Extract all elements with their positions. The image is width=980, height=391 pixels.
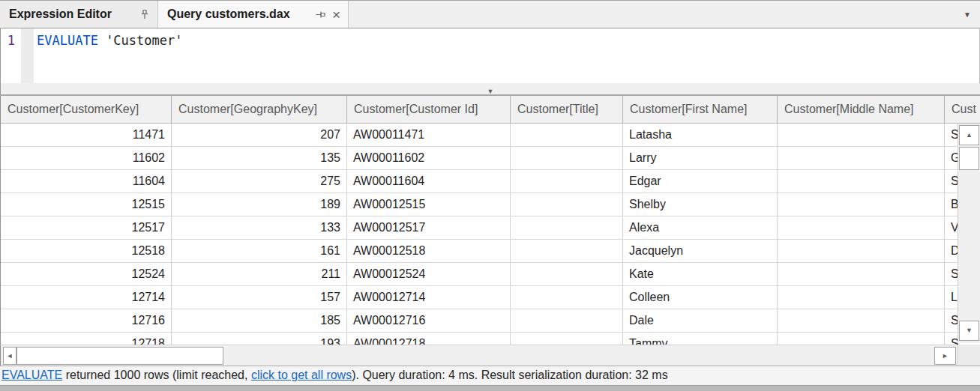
table-cell[interactable]: AW00011602 bbox=[347, 147, 511, 169]
table-cell[interactable]: AW00012716 bbox=[347, 309, 511, 332]
table-cell[interactable]: Latasha bbox=[623, 124, 778, 146]
table-cell[interactable]: AW00012518 bbox=[347, 240, 511, 262]
table-row[interactable]: 12716185AW00012716DaleS bbox=[1, 309, 980, 333]
table-cell[interactable] bbox=[778, 170, 945, 193]
table-cell[interactable]: 211 bbox=[172, 263, 347, 285]
table-cell[interactable] bbox=[778, 286, 945, 309]
table-row[interactable]: 12518161AW00012518JacquelynD bbox=[1, 240, 980, 263]
table-cell[interactable]: AW00011471 bbox=[347, 124, 511, 146]
dax-table-ref: 'Customer' bbox=[98, 33, 183, 48]
table-cell[interactable]: 12714 bbox=[1, 286, 172, 309]
pin-icon[interactable] bbox=[139, 9, 150, 20]
table-cell[interactable] bbox=[511, 147, 623, 169]
table-row[interactable]: 12515189AW00012515ShelbyB bbox=[1, 193, 980, 216]
vertical-scrollbar[interactable]: ▲ ▼ bbox=[958, 124, 980, 343]
table-row[interactable]: 12714157AW00012714ColleenL bbox=[1, 286, 980, 309]
table-cell[interactable] bbox=[778, 263, 945, 285]
table-row[interactable]: 11471207AW00011471LatashaS bbox=[1, 124, 980, 147]
table-cell[interactable]: 157 bbox=[172, 286, 347, 309]
table-cell[interactable]: 207 bbox=[172, 124, 347, 146]
splitter-collapse-icon[interactable]: ▼ bbox=[487, 88, 494, 95]
table-row[interactable]: 12524211AW00012524KateS bbox=[1, 263, 980, 286]
table-cell[interactable]: Shelby bbox=[623, 193, 778, 216]
vertical-scroll-thumb[interactable] bbox=[959, 147, 979, 170]
table-cell[interactable]: AW00011604 bbox=[347, 170, 511, 193]
horizontal-scrollbar[interactable]: ◄ ► bbox=[0, 345, 958, 366]
table-cell[interactable] bbox=[778, 333, 945, 345]
get-all-rows-link[interactable]: click to get all rows bbox=[251, 369, 352, 381]
table-cell[interactable]: 161 bbox=[172, 240, 347, 262]
table-cell[interactable] bbox=[511, 263, 623, 285]
table-row[interactable]: 12718193AW00012718TammyS bbox=[1, 333, 980, 345]
table-row[interactable]: 12517133AW00012517AlexaV bbox=[1, 216, 980, 240]
table-cell[interactable]: 12716 bbox=[1, 309, 172, 332]
table-cell[interactable]: 275 bbox=[172, 170, 347, 193]
table-cell[interactable]: AW00012718 bbox=[347, 333, 511, 345]
table-cell[interactable]: Colleen bbox=[623, 286, 778, 309]
tab-expression-editor[interactable]: Expression Editor bbox=[0, 1, 158, 28]
tab-query-customers-dax[interactable]: Query customers.dax × bbox=[158, 1, 349, 28]
table-cell[interactable] bbox=[778, 216, 945, 239]
table-cell[interactable]: 11471 bbox=[1, 124, 172, 146]
table-cell[interactable]: 12518 bbox=[1, 240, 172, 262]
table-cell[interactable]: AW00012515 bbox=[347, 193, 511, 216]
column-header-4[interactable]: Customer[First Name] bbox=[623, 96, 778, 123]
table-cell[interactable]: 11602 bbox=[1, 147, 172, 169]
table-cell[interactable]: AW00012517 bbox=[347, 216, 511, 239]
table-cell[interactable] bbox=[511, 170, 623, 193]
table-cell[interactable]: AW00012524 bbox=[347, 263, 511, 285]
table-cell[interactable]: Larry bbox=[623, 147, 778, 169]
table-cell[interactable]: Edgar bbox=[623, 170, 778, 193]
table-cell[interactable] bbox=[511, 216, 623, 239]
table-cell[interactable] bbox=[511, 193, 623, 216]
column-header-0[interactable]: Customer[CustomerKey] bbox=[1, 96, 172, 123]
table-cell[interactable] bbox=[511, 240, 623, 262]
dax-code-editor[interactable]: 1 EVALUATE 'Customer' bbox=[0, 28, 980, 83]
fold-margin bbox=[21, 28, 34, 83]
column-header-1[interactable]: Customer[GeographyKey] bbox=[172, 96, 347, 123]
code-line[interactable]: EVALUATE 'Customer' bbox=[34, 28, 979, 83]
table-cell[interactable] bbox=[778, 240, 945, 262]
table-cell[interactable]: Kate bbox=[623, 263, 778, 285]
close-icon[interactable]: × bbox=[332, 9, 340, 20]
editor-results-splitter[interactable]: ▼ bbox=[0, 83, 980, 96]
scroll-down-icon[interactable]: ▼ bbox=[959, 321, 979, 341]
table-cell[interactable]: 189 bbox=[172, 193, 347, 216]
status-evaluate-link[interactable]: EVALUATE bbox=[1, 369, 62, 381]
table-cell[interactable]: Alexa bbox=[623, 216, 778, 239]
table-cell[interactable]: 135 bbox=[172, 147, 347, 169]
table-cell[interactable]: 12517 bbox=[1, 216, 172, 239]
column-header-3[interactable]: Customer[Title] bbox=[511, 96, 623, 123]
table-row[interactable]: 11602135AW00011602LarryG bbox=[1, 147, 980, 170]
scroll-right-icon[interactable]: ► bbox=[934, 347, 956, 365]
scroll-up-icon[interactable]: ▲ bbox=[959, 125, 979, 145]
table-cell[interactable]: 11604 bbox=[1, 170, 172, 193]
table-cell[interactable]: 12515 bbox=[1, 193, 172, 216]
table-cell[interactable] bbox=[778, 124, 945, 146]
table-cell[interactable] bbox=[778, 147, 945, 169]
column-header-5[interactable]: Customer[Middle Name] bbox=[778, 96, 945, 123]
table-cell[interactable]: Jacquelyn bbox=[623, 240, 778, 262]
scroll-left-icon[interactable]: ◄ bbox=[3, 347, 16, 365]
table-cell[interactable]: 12718 bbox=[1, 333, 172, 345]
table-cell[interactable] bbox=[778, 309, 945, 332]
table-cell[interactable]: 193 bbox=[172, 333, 347, 345]
table-cell[interactable]: Dale bbox=[623, 309, 778, 332]
table-cell[interactable] bbox=[511, 309, 623, 332]
table-row[interactable]: 11604275AW00011604EdgarS bbox=[1, 170, 980, 193]
horizontal-scroll-thumb[interactable] bbox=[16, 347, 223, 365]
table-cell[interactable] bbox=[511, 124, 623, 146]
status-bar: EVALUATE returned 1000 rows (limit reach… bbox=[0, 366, 980, 385]
column-header-6[interactable]: Cust bbox=[945, 96, 980, 123]
tab-overflow-caret-icon[interactable]: ▼ bbox=[964, 10, 971, 19]
table-cell[interactable] bbox=[511, 333, 623, 345]
table-cell[interactable]: 185 bbox=[172, 309, 347, 332]
table-cell[interactable]: AW00012714 bbox=[347, 286, 511, 309]
table-cell[interactable]: Tammy bbox=[623, 333, 778, 345]
table-cell[interactable] bbox=[778, 193, 945, 216]
table-cell[interactable]: 133 bbox=[172, 216, 347, 239]
table-cell[interactable]: 12524 bbox=[1, 263, 172, 285]
column-header-2[interactable]: Customer[Customer Id] bbox=[347, 96, 511, 123]
pin-icon[interactable] bbox=[315, 9, 325, 20]
table-cell[interactable] bbox=[511, 286, 623, 309]
